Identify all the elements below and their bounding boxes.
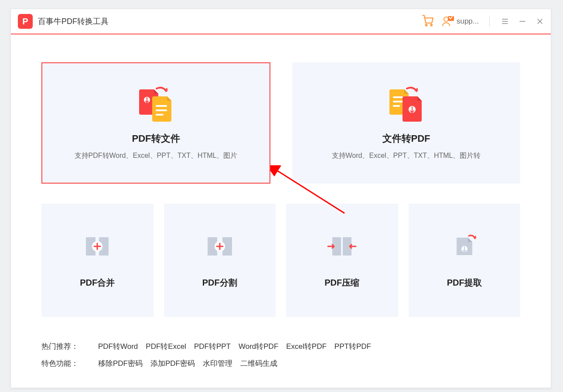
card-title: PDF合并 — [80, 277, 115, 289]
user-name-label: supp... — [457, 17, 479, 26]
card-subtitle: 支持PDF转Word、Excel、PPT、TXT、HTML、图片 — [75, 151, 238, 160]
hot-link[interactable]: PDF转PPT — [194, 342, 231, 351]
card-subtitle: 支持Word、Excel、PPT、TXT、HTML、图片转 — [332, 151, 481, 160]
svg-rect-5 — [156, 105, 167, 107]
close-button[interactable] — [535, 17, 545, 26]
svg-point-2 — [444, 17, 448, 21]
card-title: PDF分割 — [202, 277, 237, 289]
user-menu[interactable]: supp... — [442, 16, 479, 27]
svg-rect-10 — [393, 105, 400, 107]
merge-icon — [83, 232, 111, 260]
file-to-pdf-icon — [387, 86, 426, 125]
card-title: PDF压缩 — [324, 277, 359, 289]
card-pdf-merge[interactable]: PDF合并 — [41, 204, 154, 317]
pdf-to-file-icon — [136, 86, 176, 125]
feature-link[interactable]: 添加PDF密码 — [150, 359, 195, 368]
hot-link[interactable]: Excel转PDF — [286, 342, 327, 351]
hot-link[interactable]: Word转PDF — [239, 342, 278, 351]
split-icon — [206, 232, 234, 260]
user-icon — [442, 16, 454, 27]
hot-link[interactable]: PDF转Excel — [146, 342, 186, 351]
card-pdf-compress[interactable]: PDF压缩 — [286, 204, 398, 317]
primary-cards-row: PDF转文件 支持PDF转Word、Excel、PPT、TXT、HTML、图片 — [41, 62, 520, 184]
svg-rect-7 — [156, 114, 164, 116]
card-title: PDF提取 — [447, 277, 482, 289]
compress-icon — [326, 232, 358, 260]
footer-links: 热门推荐： PDF转WordPDF转ExcelPDF转PPTWord转PDFEx… — [41, 341, 520, 368]
card-title: 文件转PDF — [382, 132, 430, 145]
feature-link[interactable]: 移除PDF密码 — [98, 359, 143, 368]
title-bar: P 百事牛PDF转换工具 supp... — [11, 9, 551, 34]
card-pdf-split[interactable]: PDF分割 — [164, 204, 276, 317]
feature-link[interactable]: 二维码生成 — [240, 359, 277, 368]
card-pdf-to-file[interactable]: PDF转文件 支持PDF转Word、Excel、PPT、TXT、HTML、图片 — [41, 62, 270, 184]
feature-link[interactable]: 水印管理 — [203, 359, 232, 368]
svg-point-1 — [430, 24, 432, 26]
hot-recommend-row: 热门推荐： PDF转WordPDF转ExcelPDF转PPTWord转PDFEx… — [41, 341, 520, 351]
secondary-cards-row: PDF合并 PDF分割 — [41, 204, 520, 317]
feature-label: 特色功能： — [41, 358, 98, 368]
cart-icon[interactable] — [422, 14, 434, 28]
card-title: PDF转文件 — [132, 132, 180, 145]
hot-link[interactable]: PPT转PDF — [334, 342, 371, 351]
card-pdf-extract[interactable]: PDF提取 — [409, 204, 521, 317]
svg-rect-9 — [393, 101, 403, 102]
hot-label: 热门推荐： — [41, 341, 98, 351]
svg-point-0 — [426, 24, 427, 26]
app-title: 百事牛PDF转换工具 — [38, 16, 109, 27]
extract-icon — [452, 232, 477, 260]
svg-rect-8 — [393, 96, 403, 98]
minimize-button[interactable] — [518, 17, 527, 26]
divider — [489, 16, 490, 27]
main-content: PDF转文件 支持PDF转Word、Excel、PPT、TXT、HTML、图片 — [11, 34, 551, 368]
feature-row: 特色功能： 移除PDF密码添加PDF密码水印管理二维码生成 — [41, 358, 520, 368]
app-logo: P — [18, 14, 33, 29]
menu-button[interactable] — [500, 17, 510, 26]
hot-link[interactable]: PDF转Word — [98, 342, 138, 351]
svg-rect-6 — [156, 109, 167, 111]
app-window: P 百事牛PDF转换工具 supp... — [10, 9, 551, 388]
card-file-to-pdf[interactable]: 文件转PDF 支持Word、Excel、PPT、TXT、HTML、图片转 — [292, 62, 520, 184]
